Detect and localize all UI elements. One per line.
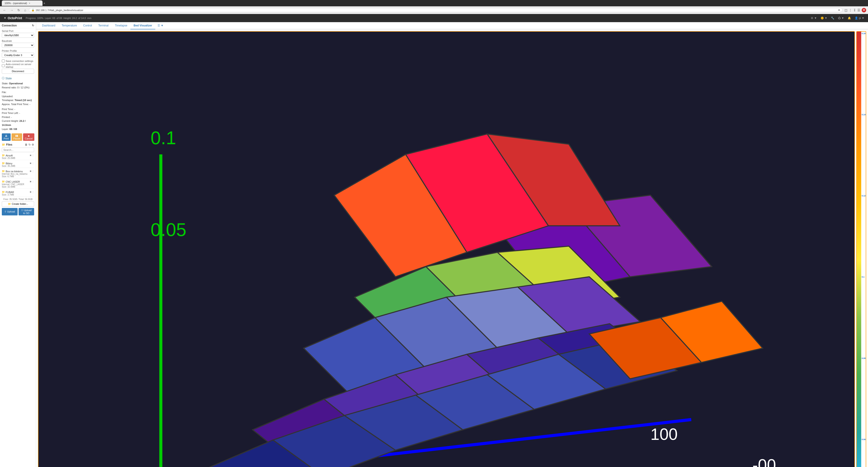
- file-delete-button[interactable]: ✖: [30, 154, 31, 157]
- file-options-button[interactable]: ⋮: [32, 162, 34, 164]
- files-settings-button[interactable]: ⚙: [32, 143, 34, 146]
- files-title: 📁 Files: [2, 143, 12, 146]
- auto-connect-checkbox[interactable]: [2, 64, 5, 67]
- user-avatar[interactable]: M: [862, 8, 866, 12]
- timelapse-line: Timelapse: Timed (10 sec): [2, 98, 34, 102]
- user-button[interactable]: 👤 pi ▼: [855, 17, 864, 20]
- layer-line: Layer: 69 / 69: [2, 127, 34, 131]
- octoprint-logo: ⚬ OctoPrint: [4, 16, 22, 20]
- sidebar: Connection ↻ Serial Port /dev/ttyUSB0 Ba…: [0, 22, 36, 467]
- history-button[interactable]: ☰: [857, 8, 860, 12]
- address-text: 192.168.1.7/#tab_plugin_bedlevelvisualiz…: [35, 9, 83, 11]
- connection-section: Connection ↻ Serial Port /dev/ttyUSB0 Ba…: [2, 24, 34, 74]
- baudrate-label: Baudrate: [2, 39, 34, 42]
- download-button[interactable]: ↧: [853, 8, 856, 12]
- file-options-button[interactable]: ⋮: [32, 170, 34, 173]
- file-delete-button[interactable]: ✖: [30, 180, 31, 183]
- file-name: 📁 CNC LASER: [2, 180, 20, 183]
- tab-control[interactable]: Control: [80, 22, 95, 29]
- temperature-button[interactable]: 🌞 ▼: [820, 17, 827, 20]
- files-search-input[interactable]: [2, 148, 34, 152]
- current-height-line: Current Height: 24.2 / 14.0mm: [2, 119, 34, 127]
- state-section: ⓘ State State: Operational Resend ratio:…: [2, 76, 34, 141]
- browser-tab[interactable]: 100% - (operational) ×: [2, 0, 42, 6]
- settings-button[interactable]: ⚙ ▼: [811, 17, 817, 20]
- tab-dashboard[interactable]: Dashboard: [39, 22, 59, 29]
- back-button[interactable]: ←: [2, 8, 7, 12]
- upload-button[interactable]: ⇧ Upload: [2, 208, 18, 215]
- file-options-button[interactable]: ⋮: [32, 191, 34, 193]
- pause-button[interactable]: ▮▮ Pause: [11, 133, 22, 141]
- bookmark-icon[interactable]: ★: [838, 8, 840, 11]
- disconnect-button[interactable]: Disconnect: [2, 69, 34, 74]
- serial-port-select[interactable]: /dev/ttyUSB0: [2, 33, 34, 38]
- power-button[interactable]: ⏻ ▼: [838, 17, 844, 20]
- upload-row: ⇧ Upload ⇧ Upload to SD: [2, 208, 34, 215]
- pause-icon: ▮▮: [16, 134, 18, 137]
- printer-profile-group: Printer Profile Creality Ender 3: [2, 50, 34, 58]
- serial-port-label: Serial Port: [2, 30, 34, 32]
- print-icon: 🖶: [5, 134, 7, 137]
- file-options-button[interactable]: ⋮: [32, 180, 34, 183]
- printer-profile-select[interactable]: Creality Ender 3: [2, 53, 34, 58]
- refresh-icon[interactable]: ↻: [32, 24, 34, 27]
- logo-text: OctoPrint: [8, 16, 22, 20]
- svg-text:100: 100: [651, 425, 678, 443]
- file-name: 📁 FUBAR: [2, 191, 14, 193]
- info-icon: ⓘ: [2, 76, 4, 80]
- save-connection-label: Save connection settings: [6, 60, 33, 62]
- tab-temperature[interactable]: Temperature: [59, 22, 80, 29]
- save-connection-checkbox[interactable]: [2, 59, 5, 62]
- state-title: State: [5, 77, 12, 80]
- cancel-button[interactable]: ■ Cancel: [23, 133, 34, 141]
- list-item: 📁 FUBAR ✖ ⋮ Size: 3.7MB: [2, 190, 34, 197]
- baudrate-select[interactable]: 250000: [2, 43, 34, 48]
- list-item: 📁 Bibiny ✖ ⋮ Size: 35.2MB: [2, 161, 34, 168]
- connection-title: Connection: [2, 24, 17, 27]
- refresh-files-button[interactable]: ↻: [29, 143, 31, 146]
- refresh-button[interactable]: ↻: [16, 8, 21, 12]
- tab-timelapse[interactable]: Timelapse: [112, 22, 130, 29]
- uploaded-line: Uploaded:: [2, 94, 34, 98]
- print-button[interactable]: 🖶 Print: [2, 133, 11, 141]
- file-delete-button[interactable]: ✖: [30, 162, 31, 164]
- svg-text:0.05: 0.05: [151, 219, 186, 240]
- new-tab-icon[interactable]: +: [43, 1, 45, 5]
- address-bar[interactable]: 🔒 192.168.1.7/#tab_plugin_bedlevelvisual…: [29, 8, 843, 12]
- state-header[interactable]: ⓘ State: [2, 76, 34, 80]
- list-item: 📁 Airsoft ✖ ⋮ Size: 25.0MB: [2, 154, 34, 160]
- create-folder-button[interactable]: 📁 Create folder...: [2, 201, 34, 207]
- tab-bed-visualizer[interactable]: Bed Visualizer: [130, 22, 155, 29]
- file-actions: ✖ ⋮: [30, 180, 34, 183]
- file-name: 📁 Box na tiskárnu: [2, 170, 23, 173]
- file-name: 📁 Airsoft: [2, 154, 13, 157]
- file-delete-button[interactable]: ✖: [30, 191, 31, 193]
- auto-connect-label: Auto-connect on server startup: [6, 63, 34, 68]
- upload-sd-button[interactable]: ⇧ Upload to SD: [19, 208, 34, 215]
- browser-chrome: 100% - (operational) × + ← → ↻ ⌂ 🔒 192.1…: [0, 0, 868, 14]
- upload-icon: ⇧: [4, 210, 6, 213]
- tools-button[interactable]: 🔧: [831, 17, 834, 20]
- list-item: 📁 Box na tiskárnu ✖ ⋮ Internal: Box_na_t…: [2, 169, 34, 178]
- tab-title: 100% - (operational): [4, 2, 27, 4]
- scale-value: 0.16: [862, 32, 866, 35]
- svg-text:0.1: 0.1: [151, 127, 176, 148]
- bell-button[interactable]: 🔔: [848, 17, 851, 20]
- nav-tabs: Dashboard Temperature Control Terminal T…: [36, 22, 868, 29]
- home-button[interactable]: ⌂: [23, 8, 27, 12]
- forward-button[interactable]: →: [9, 8, 14, 12]
- file-delete-button[interactable]: ✖: [30, 170, 31, 173]
- delete-all-button[interactable]: 🗑: [25, 143, 28, 146]
- print-time-left-line: Print Time Left: -: [2, 111, 34, 115]
- mesh-3d-svg: 0.1 0.05 0 200 150 100 -00 200: [38, 32, 855, 467]
- tab-close-icon[interactable]: ×: [29, 2, 30, 4]
- progress-text: Progress: 100% Layer: 69 of 69 Height: 2…: [26, 17, 92, 20]
- sync-button[interactable]: ⋮: [849, 8, 852, 12]
- scale-value: 0.08: [862, 357, 866, 360]
- tab-terminal[interactable]: Terminal: [95, 22, 112, 29]
- scale-values: 0.160.140.120.10.080.060.040.02: [861, 32, 866, 467]
- extensions-button[interactable]: ◫: [844, 8, 847, 12]
- file-options-button[interactable]: ⋮: [32, 154, 34, 157]
- storage-info: Free: 35.5GB / Total: 56.9GB: [2, 198, 34, 200]
- more-tabs-icon[interactable]: ☰ ▼: [155, 22, 166, 29]
